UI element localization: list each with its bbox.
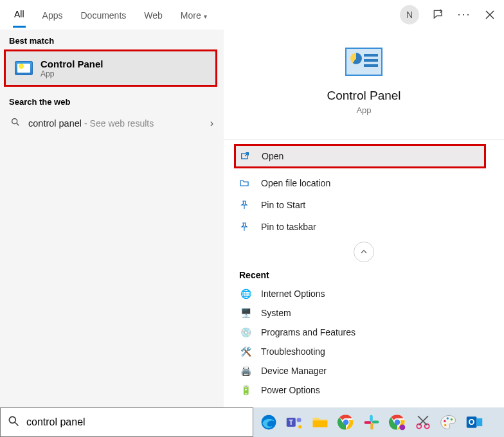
- recent-item[interactable]: 🌐Internet Options: [239, 284, 496, 303]
- recent-item-label: Power Options: [261, 385, 320, 395]
- recent-label: Recent: [224, 265, 504, 284]
- recent-list: 🌐Internet Options 🖥️System 💿Programs and…: [224, 284, 504, 400]
- svg-text:T: T: [289, 418, 294, 426]
- action-pin-to-start[interactable]: Pin to Start: [224, 194, 504, 216]
- search-icon: [7, 415, 21, 430]
- search-icon: [10, 117, 22, 130]
- best-match-subtitle: App: [40, 69, 104, 78]
- taskbar-paint-icon[interactable]: [437, 411, 460, 434]
- tab-apps[interactable]: Apps: [41, 3, 64, 27]
- folder-icon: [239, 178, 252, 188]
- user-avatar[interactable]: N: [400, 5, 419, 24]
- svg-point-22: [395, 420, 401, 425]
- svg-rect-17: [370, 415, 372, 422]
- taskbar: T O: [253, 407, 504, 437]
- feedback-icon[interactable]: [432, 8, 445, 21]
- web-hint-text: - See web results: [84, 118, 154, 129]
- recent-item[interactable]: 🖥️System: [239, 303, 496, 323]
- action-open[interactable]: Open: [234, 144, 486, 168]
- web-search-result[interactable]: control panel - See web results ›: [0, 111, 224, 136]
- control-panel-icon: [15, 61, 33, 75]
- svg-rect-34: [477, 418, 483, 426]
- search-bar[interactable]: [0, 407, 253, 437]
- svg-point-13: [298, 425, 302, 428]
- recent-item[interactable]: 🔋Power Options: [239, 380, 496, 400]
- collapse-button[interactable]: [354, 242, 374, 262]
- web-query-text: control panel: [28, 118, 82, 129]
- chevron-right-icon: ›: [210, 118, 213, 129]
- svg-rect-19: [370, 423, 373, 430]
- header-bar: All Apps Documents Web More▾ N ···: [0, 0, 504, 30]
- best-match-title: Control Panel: [40, 58, 104, 69]
- action-label: Pin to taskbar: [261, 222, 316, 232]
- recent-item-label: Internet Options: [261, 289, 325, 299]
- system-icon: 🖥️: [239, 307, 252, 319]
- best-match-result[interactable]: Control Panel App: [4, 49, 217, 87]
- svg-point-31: [444, 424, 447, 427]
- detail-pane: Control Panel App Open Open file locatio…: [224, 30, 504, 407]
- recent-item-label: System: [261, 308, 291, 318]
- chevron-down-icon: ▾: [204, 13, 207, 20]
- svg-point-2: [12, 119, 17, 124]
- recent-item-label: Programs and Features: [261, 327, 356, 337]
- svg-point-16: [343, 420, 349, 425]
- recent-item[interactable]: 💿Programs and Features: [239, 323, 496, 342]
- action-list: Open Open file location Pin to Start Pin…: [224, 139, 504, 238]
- tab-documents[interactable]: Documents: [79, 3, 127, 27]
- svg-point-28: [444, 420, 446, 423]
- tab-web[interactable]: Web: [143, 3, 164, 27]
- troubleshooting-icon: 🛠️: [239, 345, 252, 358]
- search-input[interactable]: [26, 416, 246, 428]
- header-actions: N ···: [400, 5, 496, 24]
- svg-rect-18: [372, 420, 379, 423]
- results-pane: Best match Control Panel App Search the …: [0, 30, 224, 407]
- recent-item-label: Troubleshooting: [261, 346, 325, 357]
- close-button[interactable]: [483, 8, 496, 21]
- action-label: Open file location: [261, 178, 330, 188]
- recent-item[interactable]: 🛠️Troubleshooting: [239, 342, 496, 361]
- control-panel-large-icon: [345, 48, 382, 76]
- more-options-icon[interactable]: ···: [458, 8, 471, 21]
- taskbar-chrome-alt-icon[interactable]: [386, 411, 409, 434]
- action-pin-to-taskbar[interactable]: Pin to taskbar: [224, 216, 504, 238]
- pin-icon: [239, 222, 252, 232]
- svg-point-7: [9, 416, 15, 423]
- taskbar-edge-icon[interactable]: [257, 411, 280, 434]
- svg-point-23: [400, 425, 406, 431]
- taskbar-teams-icon[interactable]: T: [283, 411, 306, 434]
- action-open-file-location[interactable]: Open file location: [224, 172, 504, 194]
- internet-options-icon: 🌐: [239, 287, 252, 300]
- taskbar-slack-icon[interactable]: [360, 411, 383, 434]
- action-label: Pin to Start: [261, 200, 305, 210]
- action-label: Open: [262, 151, 284, 161]
- taskbar-outlook-icon[interactable]: O: [463, 411, 486, 434]
- tab-all[interactable]: All: [13, 1, 26, 28]
- power-options-icon: 🔋: [239, 384, 252, 397]
- svg-point-12: [297, 418, 302, 422]
- recent-item-label: Device Manager: [261, 366, 327, 376]
- device-manager-icon: 🖨️: [239, 364, 252, 377]
- detail-title: Control Panel: [224, 89, 504, 103]
- tab-more[interactable]: More▾: [179, 3, 208, 27]
- search-web-label: Search the web: [0, 91, 224, 111]
- svg-text:O: O: [469, 418, 475, 427]
- best-match-label: Best match: [0, 30, 224, 49]
- svg-point-30: [451, 418, 453, 421]
- svg-line-3: [17, 123, 19, 125]
- open-icon: [240, 151, 253, 161]
- recent-item[interactable]: 🖨️Device Manager: [239, 361, 496, 380]
- svg-rect-14: [313, 420, 328, 427]
- filter-tabs: All Apps Documents Web More▾: [13, 1, 208, 28]
- pin-icon: [239, 200, 252, 210]
- detail-subtitle: App: [224, 105, 504, 115]
- svg-line-8: [15, 423, 19, 426]
- programs-icon: 💿: [239, 326, 252, 339]
- taskbar-chrome-icon[interactable]: [334, 411, 357, 434]
- svg-point-29: [447, 417, 449, 420]
- svg-rect-20: [364, 421, 372, 424]
- taskbar-file-explorer-icon[interactable]: [309, 411, 332, 434]
- taskbar-snip-icon[interactable]: [411, 411, 435, 434]
